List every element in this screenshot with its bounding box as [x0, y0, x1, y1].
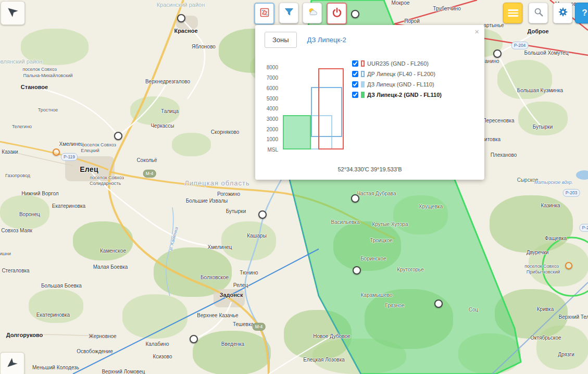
map-label: Матырское вдхр. [534, 180, 573, 185]
legend-label: ДР Липецк (FL40 - FL200) [367, 71, 435, 77]
compass-button-bottom[interactable] [0, 352, 24, 374]
map-label: Большая Боевка [41, 283, 82, 289]
map-label: Релец [233, 282, 248, 288]
map-marker[interactable] [114, 132, 122, 140]
map-marker[interactable] [493, 49, 502, 58]
help-icon: ? [582, 8, 587, 18]
map-label: Хмелинец [59, 141, 83, 147]
map-marker[interactable] [351, 10, 359, 18]
map-label: Елецкий [81, 148, 99, 153]
forest-patch [29, 289, 83, 323]
chart-tick: 4000 [260, 106, 278, 111]
map-label: Большие Извалы [186, 198, 228, 204]
map-label: Калабино [145, 341, 169, 347]
zones-legend: UUR235 (GND - FL260)ДР Липецк (FL40 - FL… [352, 58, 442, 100]
chart-tick: 3000 [260, 116, 278, 121]
forest-patch [193, 331, 271, 374]
map-marker[interactable] [434, 300, 443, 308]
help-button[interactable]: ? [575, 3, 588, 23]
map-label: Порой [404, 18, 419, 24]
chart-bar-UUR235 [318, 68, 344, 149]
map-marker-orange[interactable] [53, 148, 60, 156]
map-marker[interactable] [258, 210, 267, 219]
map-label: поселок Совхоз [82, 142, 116, 147]
map-label: Красинский район [157, 2, 205, 8]
forest-patch [536, 326, 588, 370]
tab-zones[interactable]: Зоны [265, 32, 297, 48]
zones-layer-button[interactable] [254, 3, 274, 24]
chart-bar-DZ-Lipetsk-2 [283, 115, 311, 149]
close-icon[interactable]: × [474, 28, 479, 35]
map-marker[interactable] [177, 14, 185, 22]
compass-arrow-icon [6, 5, 20, 21]
chart-tick: 8000 [260, 65, 278, 70]
coordinates: 52°34.330'С 39°19.533'В [255, 166, 484, 172]
map-label: Тюнино [240, 270, 258, 276]
urban-area-yelets [65, 156, 115, 181]
weather-sun-cloud-icon [306, 6, 319, 20]
legend-item[interactable]: ДЗ Липецк (GND - FL110) [352, 79, 442, 90]
forest-patch [221, 221, 276, 260]
restrictions-button[interactable] [327, 3, 347, 24]
forest-patch [130, 96, 180, 125]
map-label: Доброе [527, 28, 548, 34]
map-label: Тростное [38, 107, 58, 113]
legend-item[interactable]: ДР Липецк (FL40 - FL200) [352, 69, 442, 79]
map-label: р. Каменка [168, 227, 179, 251]
road-badge: Р-203 [563, 189, 580, 197]
panel-tabs: Зоны ДЗ Липецк-2 [265, 32, 346, 48]
map-label: Освобождение [77, 348, 112, 354]
map-label: Трубетчино [433, 6, 460, 11]
map-marker[interactable] [353, 266, 361, 275]
map-label: Стегаловка [2, 268, 29, 273]
legend-item[interactable]: ДЗ Липецк-2 (GND - FL110) [352, 90, 442, 100]
settings-gear-icon [557, 6, 569, 20]
zones-panel: × Зоны ДЗ Липецк-2 800070006000500040003… [255, 25, 484, 180]
map-label: Верхнедрезгалово [145, 79, 190, 84]
restricted-zone-line [394, 0, 477, 24]
map-label: Сырское [517, 177, 539, 183]
search-button[interactable] [529, 3, 548, 23]
forest-patch [122, 294, 187, 339]
map-label: Становое [21, 84, 48, 90]
legend-card-button[interactable] [503, 3, 522, 23]
map-label: Казаки [2, 149, 18, 155]
map-label: Тешевка [233, 321, 254, 327]
legend-checkbox[interactable] [352, 71, 358, 77]
tab-dz-lipetsk-2[interactable]: ДЗ Липецк-2 [307, 36, 346, 44]
forest-patch [518, 102, 568, 135]
settings-button[interactable] [553, 3, 572, 23]
map-marker[interactable] [351, 194, 359, 203]
map-label: Газопровод [5, 173, 30, 178]
chart-tick: 6000 [260, 85, 278, 91]
map-label: Верхний Ломовец [102, 369, 145, 374]
road-badge: М-4 [253, 323, 266, 331]
legend-swatch [361, 81, 365, 88]
map-label: ишни [0, 251, 11, 256]
map-marker-orange[interactable] [565, 262, 572, 269]
legend-swatch [361, 92, 365, 98]
legend-card-icon [508, 9, 518, 11]
road-badge: Р-204 [511, 42, 529, 49]
compass-button-top[interactable] [1, 1, 25, 25]
legend-checkbox[interactable] [352, 60, 358, 67]
chart-tick: 5000 [260, 95, 278, 101]
map-label: поселок Совхоз [22, 67, 57, 72]
compass-arrow-icon [6, 356, 19, 372]
map-label: Пересеновка [483, 118, 515, 123]
legend-checkbox[interactable] [352, 92, 358, 98]
filter-button[interactable] [279, 3, 298, 23]
weather-button[interactable] [303, 3, 322, 23]
map-label: Плеханово [491, 152, 517, 158]
legend-checkbox[interactable] [352, 81, 358, 88]
road-minor [24, 334, 103, 336]
legend-item[interactable]: UUR235 (GND - FL260) [352, 58, 442, 69]
map-label: Ксизово [153, 354, 172, 359]
map-label: Мокрое [391, 0, 409, 6]
chart-baseline-label: MSL [260, 147, 278, 153]
search-icon [533, 6, 544, 20]
map-label: Бутырки [226, 208, 246, 214]
forest-patch [497, 60, 552, 99]
map-marker[interactable] [190, 335, 198, 343]
legend-label: ДЗ Липецк-2 (GND - FL110) [367, 92, 442, 98]
